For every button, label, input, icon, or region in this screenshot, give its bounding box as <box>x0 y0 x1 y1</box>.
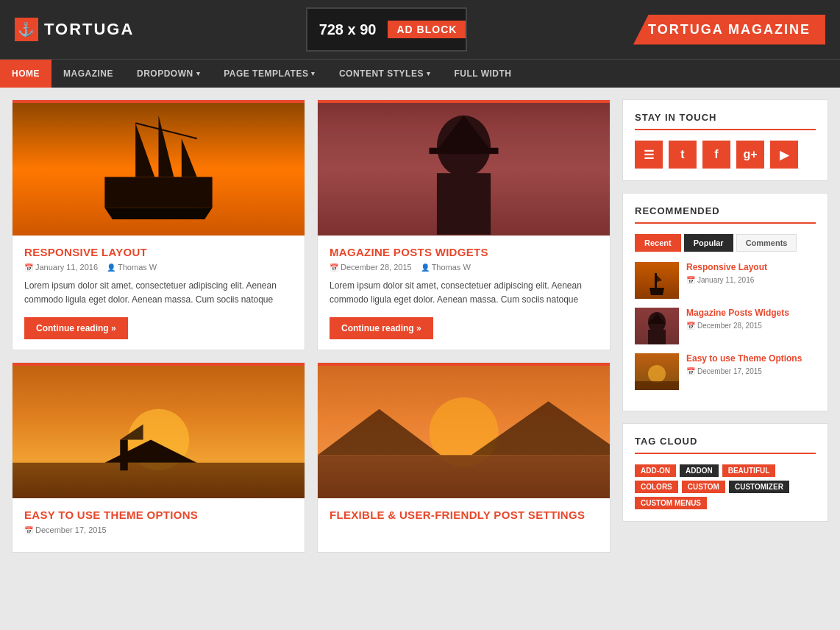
nav-item-page-templates[interactable]: PAGE TEMPLATES ▾ <box>212 60 327 88</box>
post-title-3[interactable]: EASY TO USE THEME OPTIONS <box>24 509 293 521</box>
widget-recommended: RECOMMENDED Recent Popular Comments <box>622 193 828 411</box>
rec-thumb-1 <box>635 262 679 299</box>
rec-info-2: Magazine Posts Widgets 📅 December 28, 20… <box>686 308 789 330</box>
post-body-1: RESPONSIVE LAYOUT 📅 January 11, 2016 👤 T… <box>13 236 305 350</box>
rec-title-1[interactable]: Responsive Layout <box>686 262 767 274</box>
content-styles-arrow: ▾ <box>427 70 431 77</box>
ad-banner[interactable]: 728 x 90 AD BLOCK <box>306 7 468 52</box>
author-icon-1: 👤 <box>107 263 115 272</box>
tag-addon2[interactable]: ADDON <box>680 464 719 477</box>
social-icons: ☰ t f g+ ▶ <box>635 141 816 169</box>
gplus-button[interactable]: g+ <box>736 141 764 169</box>
svg-rect-22 <box>318 456 610 499</box>
widget-tag-cloud: TAG CLOUD ADD-ON ADDON BEAUTIFUL COLORS … <box>622 423 828 522</box>
read-more-btn-2[interactable]: Continue reading » <box>330 317 433 339</box>
ad-block-area: 728 x 90 AD BLOCK <box>154 7 619 52</box>
tag-beautiful[interactable]: BEAUTIFUL <box>722 464 776 477</box>
post-title-2[interactable]: MAGAZINE POSTS WIDGETS <box>330 246 598 258</box>
post-meta-2: 📅 December 28, 2015 👤 Thomas W <box>330 263 598 272</box>
post-image-2 <box>318 103 610 236</box>
post-image-3 <box>13 366 305 498</box>
tag-customizer[interactable]: CUSTOMIZER <box>729 481 789 493</box>
dropdown-arrow: ▾ <box>196 70 201 77</box>
svg-rect-13 <box>429 148 498 154</box>
nav-item-magazine[interactable]: MAGAZINE <box>51 60 125 88</box>
tag-addon[interactable]: ADD-ON <box>635 464 676 477</box>
youtube-button[interactable]: ▶ <box>770 141 798 169</box>
nav-item-full-width[interactable]: FULL WIDTH <box>442 60 523 88</box>
calendar-icon-2: 📅 <box>330 263 338 272</box>
calendar-icon-3: 📅 <box>24 526 33 534</box>
rec-tab-recent[interactable]: Recent <box>635 234 681 252</box>
main-navigation: HOME MAGAZINE DROPDOWN ▾ PAGE TEMPLATES … <box>0 59 840 88</box>
site-header: ⚓ TORTUGA 728 x 90 AD BLOCK TORTUGA MAGA… <box>0 0 840 59</box>
tag-custom-menus[interactable]: CUSTOM MENUS <box>635 497 707 509</box>
sidebar: STAY IN TOUCH ☰ t f g+ ▶ RECOMMENDED Rec… <box>622 99 828 553</box>
post-card-2: MAGAZINE POSTS WIDGETS 📅 December 28, 20… <box>317 99 611 350</box>
post-card-3: EASY TO USE THEME OPTIONS 📅 December 17,… <box>12 362 305 553</box>
post-card-4: FLEXIBLE & USER-FRIENDLY POST SETTINGS <box>317 362 611 553</box>
post-meta-3: 📅 December 17, 2015 <box>24 525 293 534</box>
post-title-1[interactable]: RESPONSIVE LAYOUT <box>24 246 293 258</box>
rec-item-3: Easy to use Theme Options 📅 December 17,… <box>635 353 816 390</box>
posts-grid: RESPONSIVE LAYOUT 📅 January 11, 2016 👤 T… <box>12 99 611 553</box>
rec-tab-popular[interactable]: Popular <box>684 234 733 252</box>
post-card-1: RESPONSIVE LAYOUT 📅 January 11, 2016 👤 T… <box>12 99 305 350</box>
widget-stay-in-touch: STAY IN TOUCH ☰ t f g+ ▶ <box>622 99 828 181</box>
svg-rect-31 <box>648 330 666 344</box>
rec-tab-comments[interactable]: Comments <box>736 234 797 252</box>
rec-title-3[interactable]: Easy to use Theme Options <box>686 353 802 365</box>
facebook-button[interactable]: f <box>702 141 730 169</box>
post-body-3: EASY TO USE THEME OPTIONS 📅 December 17,… <box>13 498 305 552</box>
post-body-2: MAGAZINE POSTS WIDGETS 📅 December 28, 20… <box>318 236 610 350</box>
rec-date-2: 📅 December 28, 2015 <box>686 322 789 330</box>
rec-info-3: Easy to use Theme Options 📅 December 17,… <box>686 353 802 375</box>
svg-marker-7 <box>104 208 212 219</box>
post-image-4 <box>318 366 610 498</box>
rec-cal-icon-3: 📅 <box>686 367 695 375</box>
post-date-2: 📅 December 28, 2015 <box>330 263 412 272</box>
logo-icon: ⚓ <box>15 18 38 41</box>
nav-item-home[interactable]: HOME <box>0 60 51 88</box>
post-image-1 <box>13 103 305 236</box>
rec-item-2: Magazine Posts Widgets 📅 December 28, 20… <box>635 308 816 344</box>
rec-title-2[interactable]: Magazine Posts Widgets <box>686 308 789 319</box>
tag-custom[interactable]: CUSTOM <box>682 481 725 493</box>
site-logo[interactable]: ⚓ TORTUGA <box>15 18 140 41</box>
page-templates-arrow: ▾ <box>311 70 316 77</box>
read-more-btn-1[interactable]: Continue reading » <box>24 317 128 339</box>
post-date-1: 📅 January 11, 2016 <box>24 263 98 272</box>
recommended-tabs: Recent Popular Comments <box>635 234 816 252</box>
nav-item-dropdown[interactable]: DROPDOWN ▾ <box>125 60 212 88</box>
post-body-4: FLEXIBLE & USER-FRIENDLY POST SETTINGS <box>318 498 610 536</box>
main-content: RESPONSIVE LAYOUT 📅 January 11, 2016 👤 T… <box>12 99 611 553</box>
svg-rect-11 <box>437 173 491 235</box>
rec-cal-icon-2: 📅 <box>686 322 695 330</box>
ad-label: AD BLOCK <box>388 21 466 38</box>
rec-date-3: 📅 December 17, 2015 <box>686 367 802 375</box>
tag-cloud-items: ADD-ON ADDON BEAUTIFUL COLORS CUSTOM CUS… <box>635 464 816 509</box>
magazine-title: TORTUGA MAGAZINE <box>633 15 825 45</box>
post-excerpt-1: Lorem ipsum dolor sit amet, consectetuer… <box>24 279 293 307</box>
svg-point-34 <box>648 365 666 383</box>
post-title-4[interactable]: FLEXIBLE & USER-FRIENDLY POST SETTINGS <box>330 509 598 521</box>
svg-rect-35 <box>635 381 679 390</box>
twitter-button[interactable]: t <box>669 141 697 169</box>
post-author-2: 👤 Thomas W <box>421 263 471 272</box>
magazine-logo[interactable]: TORTUGA MAGAZINE <box>633 15 825 45</box>
rss-button[interactable]: ☰ <box>635 141 663 169</box>
rec-item-1: Responsive Layout 📅 January 11, 2016 <box>635 262 816 299</box>
author-icon-2: 👤 <box>421 263 430 272</box>
calendar-icon-1: 📅 <box>24 263 33 272</box>
ad-dimensions: 728 x 90 <box>307 21 388 38</box>
rec-thumb-3 <box>635 353 679 390</box>
tag-colors[interactable]: COLORS <box>635 481 678 493</box>
recommended-title: RECOMMENDED <box>635 205 816 224</box>
rec-cal-icon-1: 📅 <box>686 276 695 284</box>
post-author-1: 👤 Thomas W <box>107 263 157 272</box>
nav-item-content-styles[interactable]: CONTENT STYLES ▾ <box>327 60 443 88</box>
stay-in-touch-title: STAY IN TOUCH <box>635 112 816 130</box>
rec-thumb-2 <box>635 308 679 344</box>
rec-date-1: 📅 January 11, 2016 <box>686 276 767 284</box>
page-wrapper: RESPONSIVE LAYOUT 📅 January 11, 2016 👤 T… <box>0 88 840 564</box>
